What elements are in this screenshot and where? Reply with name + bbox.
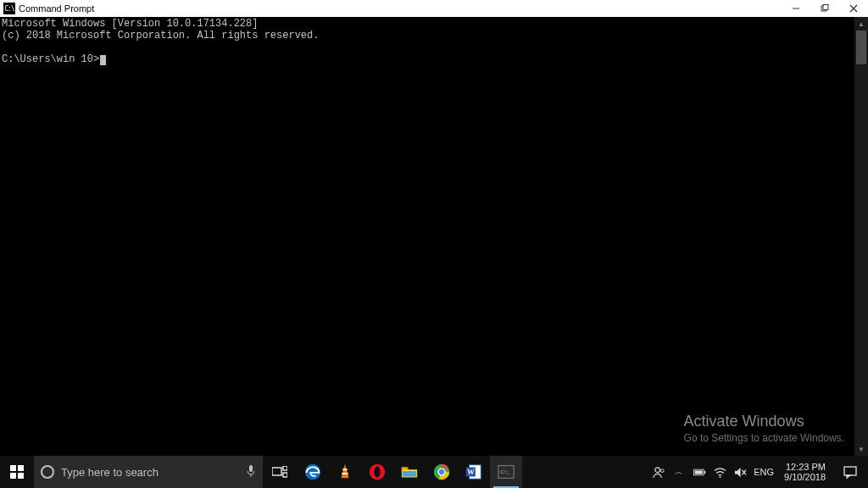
cortana-icon: [41, 465, 54, 479]
task-view-icon: [272, 466, 287, 478]
svg-rect-2: [823, 5, 828, 10]
clock[interactable]: 12:23 PM 9/10/2018: [781, 462, 829, 482]
opera-icon: [368, 463, 387, 481]
search-placeholder: Type here to search: [61, 466, 239, 479]
svg-rect-13: [283, 473, 287, 477]
svg-point-35: [719, 476, 721, 478]
svg-point-19: [374, 467, 380, 478]
cmd-icon: C:\: [3, 3, 15, 14]
console-prompt: C:\Users\win 10>: [2, 53, 99, 65]
svg-rect-33: [704, 470, 705, 473]
taskbar-app-word[interactable]: W: [458, 456, 490, 488]
clock-date: 9/10/2018: [784, 472, 826, 482]
svg-marker-40: [847, 475, 850, 478]
scroll-up-icon[interactable]: ▲: [854, 17, 868, 30]
search-box[interactable]: Type here to search: [34, 456, 263, 488]
task-view-button[interactable]: [263, 456, 297, 488]
vlc-icon: [336, 463, 354, 481]
console-output[interactable]: Microsoft Windows [Version 10.0.17134.22…: [0, 17, 854, 456]
start-button[interactable]: [0, 456, 34, 488]
chrome-icon: [432, 463, 451, 481]
cursor: [100, 55, 106, 65]
svg-rect-17: [342, 473, 348, 474]
taskbar-app-opera[interactable]: [361, 456, 393, 488]
svg-rect-16: [342, 469, 348, 470]
tray-chevron-up-icon[interactable]: ︿: [672, 465, 686, 479]
wifi-icon[interactable]: [713, 465, 726, 479]
svg-rect-11: [272, 468, 281, 475]
svg-rect-34: [694, 470, 702, 474]
cmd-app-icon: C:\_: [497, 463, 515, 481]
volume-muted-icon[interactable]: [733, 465, 747, 479]
svg-point-31: [660, 469, 664, 472]
svg-rect-39: [844, 467, 856, 475]
console-line: (c) 2018 Microsoft Corporation. All righ…: [2, 30, 319, 42]
svg-text:W: W: [467, 469, 475, 476]
word-icon: W: [465, 463, 483, 481]
svg-rect-9: [249, 465, 253, 472]
people-icon[interactable]: [652, 465, 665, 479]
minimize-button[interactable]: [782, 0, 810, 17]
svg-point-24: [439, 469, 444, 474]
activation-watermark: Activate Windows Go to Settings to activ…: [684, 413, 844, 444]
titlebar: C:\ Command Prompt: [0, 0, 868, 17]
window-title: Command Prompt: [19, 3, 94, 14]
maximize-button[interactable]: [810, 0, 839, 17]
svg-rect-21: [403, 471, 417, 476]
action-center-button[interactable]: [836, 456, 865, 488]
scroll-thumb[interactable]: [856, 30, 866, 64]
svg-rect-7: [10, 473, 16, 479]
svg-rect-12: [283, 466, 287, 470]
windows-logo-icon: [10, 465, 24, 479]
notification-icon: [843, 465, 857, 479]
folder-icon: [400, 463, 419, 481]
taskbar-app-chrome[interactable]: [426, 456, 458, 488]
watermark-title: Activate Windows: [684, 413, 844, 430]
taskbar-app-cmd[interactable]: C:\_: [490, 456, 522, 488]
svg-marker-36: [735, 467, 741, 476]
edge-icon: [303, 463, 322, 481]
language-indicator[interactable]: ENG: [754, 468, 774, 477]
watermark-subtitle: Go to Settings to activate Windows.: [684, 432, 844, 444]
mic-icon[interactable]: [246, 464, 256, 480]
svg-rect-5: [10, 465, 16, 471]
clock-time: 12:23 PM: [784, 462, 826, 472]
console-line: Microsoft Windows [Version 10.0.17134.22…: [2, 18, 258, 30]
taskbar-app-vlc[interactable]: [329, 456, 361, 488]
svg-text:C:\_: C:\_: [501, 469, 511, 474]
taskbar-app-file-explorer[interactable]: [393, 456, 426, 488]
console-area: Microsoft Windows [Version 10.0.17134.22…: [0, 17, 868, 456]
svg-rect-8: [18, 473, 24, 479]
battery-icon[interactable]: [693, 465, 706, 479]
svg-rect-20: [402, 468, 408, 470]
system-tray: ︿ ENG 12:23 PM 9/10/2018: [645, 456, 868, 488]
svg-rect-6: [18, 465, 24, 471]
scroll-down-icon[interactable]: ▼: [854, 442, 868, 456]
close-button[interactable]: [839, 0, 868, 17]
vertical-scrollbar[interactable]: ▲ ▼: [854, 17, 868, 456]
svg-point-30: [655, 467, 660, 472]
taskbar: Type here to search W C:\_: [0, 456, 868, 488]
svg-marker-15: [341, 464, 348, 479]
taskbar-app-edge[interactable]: [297, 456, 329, 488]
